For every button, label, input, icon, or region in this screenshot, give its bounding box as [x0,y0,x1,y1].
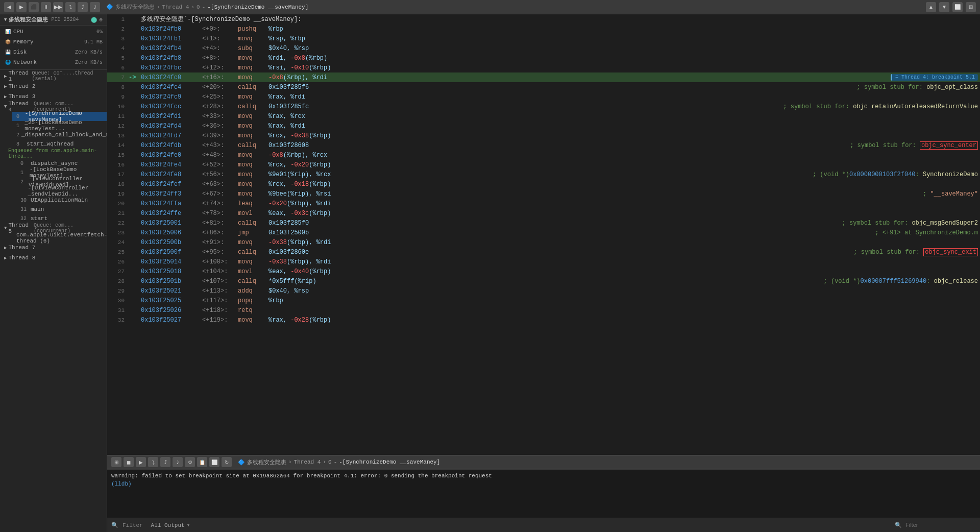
line-num-30: 30 [109,298,125,304]
bottom-btn-2[interactable]: ◼ [124,457,134,467]
operands-15: -0x8(%rbp), %rcx [268,152,978,159]
offset-16: <+52>: [202,161,238,168]
operands-18: %rcx, -0x18(%rbp) [268,181,978,188]
line-num-1: 1 [109,16,125,22]
bottom-btn-5[interactable]: ⤴ [160,457,170,467]
toolbar-btn-3[interactable]: ⬛ [29,2,39,12]
offset-21: <+78>: [202,210,238,217]
enq-frame30-num: 30 [20,198,29,203]
sidebar-disk[interactable]: 💾 Disk Zero KB/s [0,47,107,57]
line-num-17: 17 [109,172,125,178]
code-line-31: 31 0x103f25026 <+118>: retq [107,305,980,315]
toolbar-btn-4[interactable]: ⏸ [41,2,51,12]
code-line-16: 16 0x103f24fe4 <+52>: movq %rcx, -0x20(%… [107,160,980,170]
bottom-btn-9[interactable]: ⬜ [209,457,219,467]
bottom-btn-10[interactable]: ↻ [222,457,232,467]
enq-frame31[interactable]: 31 main [16,205,107,214]
bottom-btn-7[interactable]: ⚙ [185,457,195,467]
operands-28: *0x5fff(%rip) [268,278,820,285]
bottom-bc-thread[interactable]: Thread 4 [294,459,321,465]
line-num-24: 24 [109,239,125,246]
line-num-14: 14 [109,142,125,149]
thread5-arrow: ▼ [4,226,7,231]
code-line-25: 25 0x103f2500f <+95>: callq 0x103f2860e … [107,247,980,257]
comment-8: ; symbol stub for: objc_opt_class [856,84,978,91]
line-num-21: 21 [109,210,125,216]
toolbar-btn-5[interactable]: ▶▶ [53,2,63,12]
enq-frame-dots[interactable]: -[UIViewController _sendViewDid... [16,186,107,196]
line-num-16: 16 [109,162,125,168]
thread3-header[interactable]: ▶ Thread 3 [0,91,107,102]
thread2-label: Thread 2 [8,83,35,89]
thread7-header[interactable]: ▶ Thread 7 [0,243,107,253]
bottom-btn-6[interactable]: ⤸ [173,457,183,467]
addr-25: 0x103f2500f [141,249,202,256]
toolbar-right-btn-2[interactable]: ▼ [939,2,949,12]
line-num-6: 6 [109,65,125,71]
breadcrumb-project[interactable]: 多线程安全隐患 [115,3,155,11]
sidebar-cpu[interactable]: 📊 CPU 0% [0,27,107,37]
bottom-breadcrumb: 🔷 多线程安全隐患 › Thread 4 › 0 - -[Synchronize… [238,458,440,466]
thread8-header[interactable]: ▶ Thread 8 [0,253,107,263]
output-dropdown[interactable]: ▾ [187,522,190,528]
thread1-header[interactable]: ▶ Thread 1 Queue: com....thread (serial) [0,71,107,81]
addr-31: 0x103f25026 [141,307,202,314]
bottom-bc-project[interactable]: 多线程安全隐患 [247,458,286,466]
toolbar-right-btn-1[interactable]: ▲ [926,2,936,12]
thread2-header[interactable]: ▶ Thread 2 [0,81,107,91]
filter-input-right[interactable] [905,522,976,528]
code-scroll[interactable]: 1 多线程安全隐患`-[SynchronizeDemo __saveManey]… [107,14,980,455]
toolbar-btn-6[interactable]: ⤵ [65,2,76,12]
breadcrumb-thread[interactable]: Thread 4 [162,4,189,10]
offset-14: <+43>: [202,142,238,149]
operands-22: 0x103f285f0 [268,220,838,227]
thread4-enqueued[interactable]: Enqueued from com.apple.main-threa... [0,149,107,159]
addr-26: 0x103f25014 [141,258,202,265]
app-header[interactable]: ▼ 多线程安全隐患 PID 25284 ⬤ ⊕ [0,14,107,26]
operands-19: %9bee(%rip), %rsi [268,190,919,198]
thread4-frame8[interactable]: 8 start_wqthread [12,139,107,149]
toolbar-btn-2[interactable]: ▶ [16,2,27,12]
breadcrumb-frame[interactable]: 0 [197,4,200,10]
sidebar-network[interactable]: 🌐 Network Zero KB/s [0,57,107,67]
operands-5: %rdi, -0x8(%rbp) [268,55,978,62]
addr-19: 0x103f24ff3 [141,190,202,198]
code-line-2: 2 0x103f24fb0 <+0>: pushq %rbp [107,24,980,34]
bottom-btn-4[interactable]: ⤵ [148,457,158,467]
instr-9: movq [238,93,268,101]
code-line-32: 32 0x103f25027 <+119>: movq %rax, -0x28(… [107,315,980,325]
toolbar-right-btn-3[interactable]: ⬜ [952,2,963,12]
breadcrumb-func[interactable]: -[SynchronizeDemo __saveManey] [207,4,308,10]
toolbar-right-btn-4[interactable]: ⊞ [966,2,976,12]
frame2-label: _dispatch_call_block_and_release [21,132,107,138]
code-line-26: 26 0x103f25014 <+100>: movq -0x38(%rbp),… [107,257,980,267]
bottom-bc-func[interactable]: -[SynchronizeDemo __saveManey] [339,459,440,465]
offset-8: <+20>: [202,84,238,91]
addr-3: 0x103f24fb1 [141,35,202,42]
code-line-14: 14 0x103f24fdb <+43>: callq 0x103f28608 … [107,140,980,150]
thread4-frame2[interactable]: 2 _dispatch_call_block_and_release [12,130,107,139]
instr-17: movq [238,171,268,178]
sidebar-memory[interactable]: 📦 Memory 9.1 MB [0,37,107,47]
top-toolbar: ◀ ▶ ⬛ ⏸ ▶▶ ⤵ ⤴ ⤸ 🔷 多线程安全隐患 › Thread 4 › … [0,0,980,14]
toolbar-btn-1[interactable]: ◀ [4,2,14,12]
output-label: All Output [151,522,185,528]
toolbar-btn-7[interactable]: ⤴ [78,2,88,12]
bottom-bc-frame[interactable]: 0 [328,459,332,465]
bottom-btn-8[interactable]: 📋 [197,457,207,467]
bottom-btn-1[interactable]: ⊞ [111,457,121,467]
line-num-5: 5 [109,55,125,61]
thread4-frame1[interactable]: 1 _25-[LockBaseDemo moneyTest... [12,121,107,130]
thread5-children: com.apple.uikit.eventfetch-thread (6) [0,233,107,243]
bottom-btn-3[interactable]: ▶ [136,457,146,467]
toolbar-btn-8[interactable]: ⤸ [90,2,100,12]
thread5-frame[interactable]: com.apple.uikit.eventfetch-thread (6) [12,233,107,243]
thread5-frame-label: com.apple.uikit.eventfetch-thread (6) [16,232,107,244]
console-area[interactable]: warning: failed to set breakpoint site a… [107,469,980,518]
line-num-2: 2 [109,26,125,32]
addr-4: 0x103f24fb4 [141,45,202,52]
instr-13: movq [238,132,268,139]
thread1-queue: Queue: com....thread (serial) [32,70,103,82]
operands-26: -0x38(%rbp), %rdi [268,258,978,265]
offset-23: <+86>: [202,229,238,236]
